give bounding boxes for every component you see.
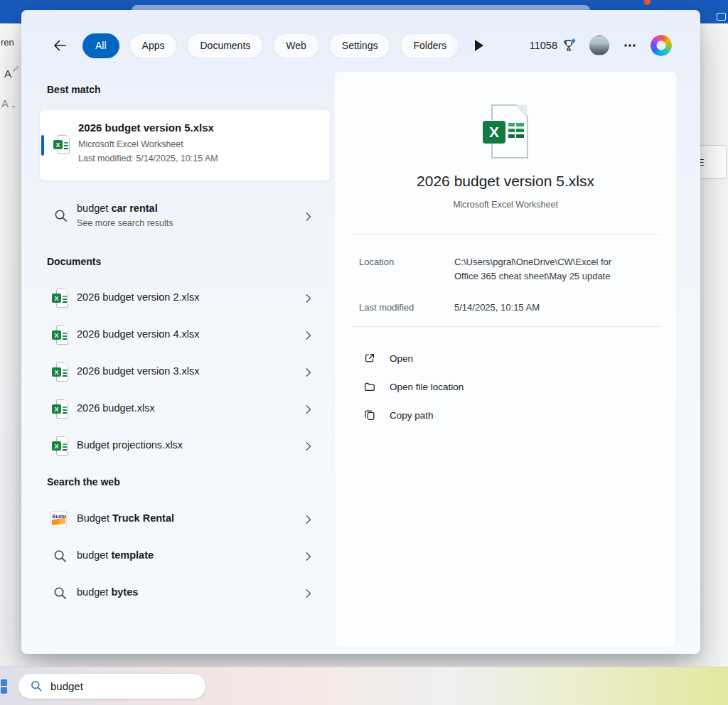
divider xyxy=(352,234,660,235)
budget-favicon: Budget xyxy=(50,511,67,527)
excel-file-icon xyxy=(53,135,70,155)
copy-icon xyxy=(363,409,376,421)
chevron-right-icon[interactable] xyxy=(305,211,311,222)
document-row[interactable]: 2026 budget.xlsx xyxy=(40,391,331,428)
ribbon-text-fragment: ren xyxy=(1,37,21,48)
filter-pills: All Apps Documents Web Settings Folders … xyxy=(82,33,469,58)
tab-web[interactable]: Web xyxy=(273,33,319,58)
search-icon xyxy=(30,679,43,693)
document-name: Budget projections.xlsx xyxy=(77,439,183,451)
web-result-row[interactable]: Budget Budget Truck Rental xyxy=(40,501,331,538)
documents-header: Documents xyxy=(47,256,101,267)
tab-documents[interactable]: Documents xyxy=(187,33,263,58)
modified-label: Last modified xyxy=(359,301,454,315)
web-suggestion-row[interactable]: budget bytes xyxy=(40,575,331,612)
document-row[interactable]: Budget projections.xlsx xyxy=(40,428,331,465)
suggestion-subtext: See more search results xyxy=(77,218,173,228)
copy-path-label: Copy path xyxy=(390,410,434,421)
more-tabs-icon[interactable] xyxy=(475,40,483,51)
rewards-count: 11058 xyxy=(530,40,557,51)
tab-apps[interactable]: Apps xyxy=(129,33,178,58)
web-suggestion-row[interactable]: budget template xyxy=(40,538,331,575)
search-web-header: Search the web xyxy=(47,476,120,488)
rewards-trophy-icon xyxy=(562,38,576,53)
ellipsis-icon[interactable] xyxy=(623,38,637,53)
back-arrow-icon xyxy=(52,38,68,53)
document-name: 2026 budget.xlsx xyxy=(77,402,155,414)
font-edit-icon: A xyxy=(4,68,11,80)
tab-settings[interactable]: Settings xyxy=(329,33,391,58)
excel-file-icon-large xyxy=(483,104,528,160)
preview-pane: 2026 budget version 5.xlsx Microsoft Exc… xyxy=(334,71,677,648)
best-match-result[interactable]: 2026 budget version 5.xlsx Microsoft Exc… xyxy=(40,110,330,181)
divider xyxy=(352,326,660,327)
chevron-right-icon[interactable] xyxy=(305,404,311,415)
rewards-button[interactable]: 11058 xyxy=(530,38,576,53)
excel-file-icon xyxy=(52,436,69,456)
chevron-right-icon[interactable] xyxy=(305,514,311,525)
open-file-location-action[interactable]: Open file location xyxy=(363,372,464,401)
chevron-right-icon[interactable] xyxy=(305,367,311,378)
search-icon xyxy=(53,586,68,601)
document-name: 2026 budget version 2.xlsx xyxy=(77,291,200,303)
open-label: Open xyxy=(390,353,413,364)
web-result-text: Budget Truck Rental xyxy=(77,512,174,524)
search-flyout-panel: All Apps Documents Web Settings Folders … xyxy=(21,10,700,654)
document-name: 2026 budget version 4.xlsx xyxy=(77,328,200,340)
document-row[interactable]: 2026 budget version 2.xlsx xyxy=(40,280,331,317)
excel-file-icon xyxy=(52,289,69,308)
modified-row: Last modified 5/14/2025, 10:15 AM xyxy=(359,301,659,315)
open-action[interactable]: Open xyxy=(363,344,413,372)
search-suggestion-row[interactable]: budget car rental See more search result… xyxy=(40,196,331,237)
chevron-right-icon[interactable] xyxy=(305,441,311,452)
location-row: Location C:\Users\pgral\OneDrive\CW\Exce… xyxy=(359,255,659,284)
web-suggestion-text: budget bytes xyxy=(77,586,138,598)
best-match-header: Best match xyxy=(47,84,100,95)
search-icon xyxy=(53,208,68,223)
document-row[interactable]: 2026 budget version 3.xlsx xyxy=(40,354,331,391)
font-color-icon: A⌄ xyxy=(1,97,16,109)
search-icon xyxy=(53,549,68,564)
restore-button[interactable] xyxy=(717,13,726,21)
selection-accent-bar xyxy=(41,135,44,156)
copy-path-action[interactable]: Copy path xyxy=(363,401,434,429)
preview-file-title: 2026 budget version 5.xlsx xyxy=(335,173,676,190)
excel-file-icon xyxy=(52,399,69,419)
best-match-title: 2026 budget version 5.xlsx xyxy=(78,122,214,134)
search-input[interactable] xyxy=(50,680,186,692)
back-button[interactable] xyxy=(51,37,68,54)
chevron-right-icon[interactable] xyxy=(305,551,311,562)
presence-dot xyxy=(644,0,651,5)
suggestion-text: budget car rental xyxy=(77,203,158,214)
web-suggestion-text: budget template xyxy=(77,549,154,561)
open-folder-icon xyxy=(363,380,376,393)
taskbar xyxy=(0,667,728,705)
chevron-right-icon[interactable] xyxy=(305,293,311,304)
tab-folders[interactable]: Folders xyxy=(400,33,459,58)
chevron-right-icon[interactable] xyxy=(305,330,311,341)
windows-icon[interactable] xyxy=(0,679,7,694)
pencil-icon xyxy=(12,65,20,72)
taskbar-search-box[interactable] xyxy=(18,673,206,699)
excel-file-icon xyxy=(52,362,69,382)
location-label: Location xyxy=(359,255,454,284)
tab-all[interactable]: All xyxy=(82,33,119,58)
copilot-icon[interactable] xyxy=(648,32,675,59)
location-value: C:\Users\pgral\OneDrive\CW\Excel for Off… xyxy=(454,255,638,284)
best-match-type: Microsoft Excel Worksheet xyxy=(78,139,183,149)
excel-file-icon xyxy=(52,325,69,345)
preview-file-type: Microsoft Excel Worksheet xyxy=(335,200,676,210)
open-file-location-label: Open file location xyxy=(390,382,464,392)
screen: ren A A⌄ E d-ins -ins All Apps xyxy=(0,0,728,705)
chevron-right-icon[interactable] xyxy=(305,588,311,599)
modified-value: 5/14/2025, 10:15 AM xyxy=(454,301,638,315)
topbar-right-group: 11058 xyxy=(530,35,672,56)
search-filter-bar: All Apps Documents Web Settings Folders … xyxy=(21,31,700,60)
open-external-icon xyxy=(363,352,376,365)
file-hero xyxy=(335,104,676,160)
user-avatar[interactable] xyxy=(589,36,609,55)
best-match-modified: Last modified: 5/14/2025, 10:15 AM xyxy=(78,154,218,163)
document-name: 2026 budget version 3.xlsx xyxy=(77,365,200,377)
document-row[interactable]: 2026 budget version 4.xlsx xyxy=(40,317,331,354)
